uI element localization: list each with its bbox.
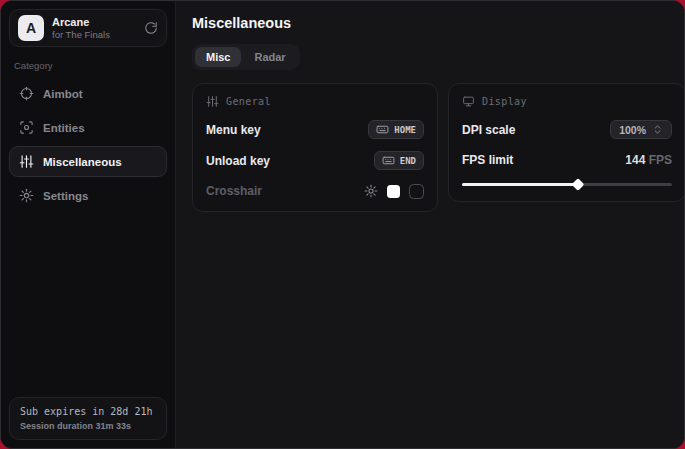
sidebar-item-settings[interactable]: Settings bbox=[9, 180, 167, 211]
crosshair-label: Crosshair bbox=[206, 184, 262, 198]
app-window: A Arcane for The Finals Category Aimbot bbox=[0, 0, 685, 449]
sliders-icon bbox=[19, 154, 34, 169]
display-card: Display DPI scale 100% FPS limit bbox=[448, 83, 685, 202]
brand-text: Arcane for The Finals bbox=[52, 16, 110, 40]
tab-misc[interactable]: Misc bbox=[195, 47, 241, 67]
fps-slider-thumb[interactable] bbox=[571, 178, 584, 191]
refresh-icon[interactable] bbox=[144, 21, 158, 35]
sidebar-item-label: Miscellaneous bbox=[43, 156, 122, 168]
fps-limit-slider[interactable] bbox=[462, 179, 672, 190]
crosshair-checkbox[interactable] bbox=[409, 184, 424, 199]
crosshair-settings-gear-icon[interactable] bbox=[364, 184, 378, 198]
chevrons-up-down-icon bbox=[652, 124, 663, 135]
subscription-status-card: Sub expires in 28d 21h Session duration … bbox=[9, 397, 167, 440]
brand-name: Arcane bbox=[52, 16, 110, 28]
brand-subtitle: for The Finals bbox=[52, 29, 110, 40]
menu-key-row: Menu key HOME bbox=[206, 120, 424, 139]
sidebar-item-label: Aimbot bbox=[43, 88, 83, 100]
category-label: Category bbox=[14, 60, 162, 71]
crosshair-controls bbox=[364, 184, 424, 199]
dpi-scale-select[interactable]: 100% bbox=[610, 120, 672, 139]
fps-limit-value: 144 FPS bbox=[625, 153, 672, 167]
fps-limit-label: FPS limit bbox=[462, 153, 513, 167]
dpi-scale-row: DPI scale 100% bbox=[462, 120, 672, 139]
menu-key-label: Menu key bbox=[206, 123, 261, 137]
unload-key-binding[interactable]: END bbox=[374, 151, 424, 170]
tab-radar[interactable]: Radar bbox=[243, 47, 296, 67]
page-title: Miscellaneous bbox=[192, 15, 685, 31]
fps-limit-row: FPS limit 144 FPS bbox=[462, 151, 672, 169]
session-duration-text: Session duration 31m 33s bbox=[20, 421, 156, 431]
general-card-header: General bbox=[206, 95, 424, 108]
sidebar-item-entities[interactable]: Entities bbox=[9, 112, 167, 143]
sliders-icon bbox=[206, 95, 219, 108]
scan-icon bbox=[19, 120, 34, 135]
menu-key-binding[interactable]: HOME bbox=[368, 120, 424, 139]
general-card: General Menu key HOME bbox=[192, 83, 438, 212]
avatar: A bbox=[18, 15, 44, 41]
crosshair-color-swatch[interactable] bbox=[387, 185, 400, 198]
monitor-icon bbox=[462, 95, 475, 108]
fps-number: 144 bbox=[625, 153, 645, 167]
fps-unit: FPS bbox=[649, 153, 672, 167]
crosshair-row: Crosshair bbox=[206, 182, 424, 200]
sub-expiry-text: Sub expires in 28d 21h bbox=[20, 406, 156, 417]
unload-key-label: Unload key bbox=[206, 154, 270, 168]
unload-key-value: END bbox=[400, 156, 416, 166]
tab-bar: Misc Radar bbox=[192, 44, 300, 70]
crosshair-icon bbox=[19, 86, 34, 101]
fps-slider-fill bbox=[462, 183, 578, 186]
general-card-title: General bbox=[226, 96, 271, 107]
sidebar-item-label: Settings bbox=[43, 190, 88, 202]
unload-key-row: Unload key END bbox=[206, 151, 424, 170]
sidebar-item-miscellaneous[interactable]: Miscellaneous bbox=[9, 146, 167, 177]
sidebar-item-aimbot[interactable]: Aimbot bbox=[9, 78, 167, 109]
display-card-title: Display bbox=[482, 96, 527, 107]
dpi-scale-value: 100% bbox=[619, 124, 646, 136]
menu-key-value: HOME bbox=[394, 125, 416, 135]
sidebar: A Arcane for The Finals Category Aimbot bbox=[1, 1, 176, 448]
keyboard-icon bbox=[382, 154, 395, 167]
keyboard-icon bbox=[376, 123, 389, 136]
display-card-header: Display bbox=[462, 95, 672, 108]
dpi-scale-label: DPI scale bbox=[462, 123, 515, 137]
sidebar-item-label: Entities bbox=[43, 122, 85, 134]
main-content: Miscellaneous Misc Radar General bbox=[176, 1, 685, 448]
brand-card: A Arcane for The Finals bbox=[9, 9, 167, 47]
card-row: General Menu key HOME bbox=[192, 83, 685, 212]
gear-icon bbox=[19, 188, 34, 203]
